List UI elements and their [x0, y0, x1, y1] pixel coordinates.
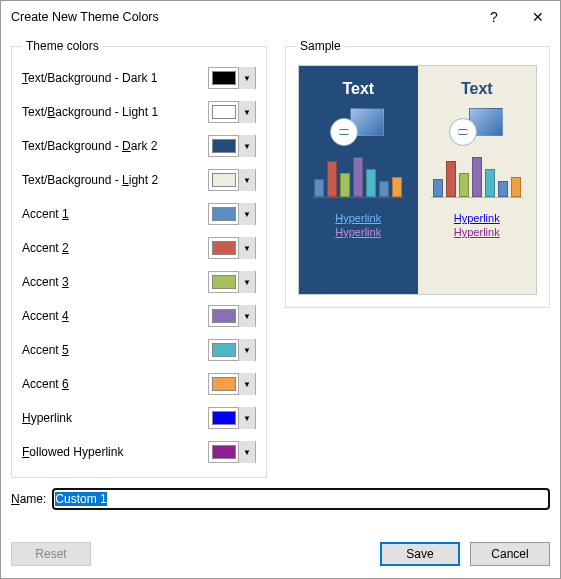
theme-color-row: Accent 1▼	[22, 197, 256, 231]
name-input[interactable]	[52, 488, 550, 510]
color-swatch	[209, 305, 239, 327]
color-picker-button[interactable]: ▼	[208, 407, 256, 429]
save-button[interactable]: Save	[380, 542, 460, 566]
theme-color-label: Text/Background - Dark 1	[22, 71, 157, 85]
theme-color-label: Text/Background - Light 2	[22, 173, 158, 187]
theme-color-label: Text/Background - Light 1	[22, 105, 158, 119]
theme-color-row: Text/Background - Light 1▼	[22, 95, 256, 129]
sample-light-half: Text Hyperlink Hyperlink	[418, 66, 537, 294]
color-picker-button[interactable]: ▼	[208, 135, 256, 157]
chart-bar	[340, 173, 350, 197]
theme-color-row: Accent 3▼	[22, 265, 256, 299]
chart-bar	[366, 169, 376, 197]
chart-bar	[485, 169, 495, 197]
theme-color-label: Hyperlink	[22, 411, 72, 425]
chevron-down-icon[interactable]: ▼	[239, 101, 255, 123]
sample-followed-hyperlink-dark: Hyperlink	[335, 226, 381, 238]
theme-color-label: Accent 3	[22, 275, 69, 289]
color-picker-button[interactable]: ▼	[208, 237, 256, 259]
color-picker-button[interactable]: ▼	[208, 101, 256, 123]
theme-colors-legend: Theme colors	[22, 39, 103, 53]
chart-bar	[379, 181, 389, 197]
sample-preview: Text Hyperlink Hyperlink Text	[298, 65, 537, 295]
chevron-down-icon[interactable]: ▼	[239, 67, 255, 89]
color-picker-button[interactable]: ▼	[208, 339, 256, 361]
chevron-down-icon[interactable]: ▼	[239, 441, 255, 463]
sample-text-light: Text	[461, 80, 493, 98]
chart-bar	[433, 179, 443, 197]
chevron-down-icon[interactable]: ▼	[239, 135, 255, 157]
chevron-down-icon[interactable]: ▼	[239, 373, 255, 395]
color-swatch	[209, 237, 239, 259]
theme-colors-group: Theme colors Text/Background - Dark 1▼Te…	[11, 39, 267, 478]
color-picker-button[interactable]: ▼	[208, 441, 256, 463]
chart-bar	[314, 179, 324, 197]
chart-bar	[446, 161, 456, 197]
dialog-window: Create New Theme Colors ? ✕ Theme colors…	[0, 0, 561, 579]
chart-bar	[327, 161, 337, 197]
sample-chart-light	[431, 154, 523, 198]
theme-color-row: Text/Background - Light 2▼	[22, 163, 256, 197]
help-button[interactable]: ?	[472, 1, 516, 33]
dialog-body: Theme colors Text/Background - Dark 1▼Te…	[1, 33, 560, 534]
sample-circle-icon	[449, 118, 477, 146]
chevron-down-icon[interactable]: ▼	[239, 203, 255, 225]
sample-shapes-dark	[328, 108, 388, 144]
name-label: Name:	[11, 492, 46, 506]
chevron-down-icon[interactable]: ▼	[239, 407, 255, 429]
color-swatch	[209, 441, 239, 463]
name-row: Name:	[11, 488, 550, 510]
chevron-down-icon[interactable]: ▼	[239, 339, 255, 361]
theme-color-label: Accent 4	[22, 309, 69, 323]
sample-circle-icon	[330, 118, 358, 146]
theme-color-row: Accent 6▼	[22, 367, 256, 401]
help-icon: ?	[490, 9, 498, 25]
theme-color-row: Accent 4▼	[22, 299, 256, 333]
close-icon: ✕	[532, 9, 544, 25]
color-picker-button[interactable]: ▼	[208, 169, 256, 191]
theme-color-label: Text/Background - Dark 2	[22, 139, 157, 153]
theme-color-row: Text/Background - Dark 2▼	[22, 129, 256, 163]
dialog-footer: Reset Save Cancel	[1, 534, 560, 578]
chart-bar	[511, 177, 521, 197]
sample-legend: Sample	[296, 39, 345, 53]
theme-color-row: Accent 5▼	[22, 333, 256, 367]
chart-bar	[392, 177, 402, 197]
cancel-button[interactable]: Cancel	[470, 542, 550, 566]
color-swatch	[209, 373, 239, 395]
color-picker-button[interactable]: ▼	[208, 67, 256, 89]
color-swatch	[209, 407, 239, 429]
reset-button[interactable]: Reset	[11, 542, 91, 566]
chart-bar	[472, 157, 482, 197]
theme-color-row: Hyperlink▼	[22, 401, 256, 435]
sample-chart-dark	[312, 154, 404, 198]
color-picker-button[interactable]: ▼	[208, 203, 256, 225]
color-picker-button[interactable]: ▼	[208, 373, 256, 395]
color-swatch	[209, 271, 239, 293]
chevron-down-icon[interactable]: ▼	[239, 237, 255, 259]
color-picker-button[interactable]: ▼	[208, 305, 256, 327]
color-swatch	[209, 339, 239, 361]
theme-color-label: Accent 5	[22, 343, 69, 357]
sample-followed-hyperlink-light: Hyperlink	[454, 226, 500, 238]
color-swatch	[209, 203, 239, 225]
theme-color-row: Text/Background - Dark 1▼	[22, 61, 256, 95]
close-button[interactable]: ✕	[516, 1, 560, 33]
sample-dark-half: Text Hyperlink Hyperlink	[299, 66, 418, 294]
titlebar: Create New Theme Colors ? ✕	[1, 1, 560, 33]
chevron-down-icon[interactable]: ▼	[239, 271, 255, 293]
color-picker-button[interactable]: ▼	[208, 271, 256, 293]
chart-bar	[498, 181, 508, 197]
sample-shapes-light	[447, 108, 507, 144]
chevron-down-icon[interactable]: ▼	[239, 305, 255, 327]
theme-color-label: Accent 1	[22, 207, 69, 221]
theme-color-row: Accent 2▼	[22, 231, 256, 265]
chevron-down-icon[interactable]: ▼	[239, 169, 255, 191]
color-swatch	[209, 169, 239, 191]
sample-group: Sample Text Hyperlink Hyperlink	[285, 39, 550, 308]
theme-color-row: Followed Hyperlink▼	[22, 435, 256, 469]
sample-links-dark: Hyperlink Hyperlink	[335, 212, 381, 238]
sample-hyperlink-dark: Hyperlink	[335, 212, 381, 224]
chart-bar	[353, 157, 363, 197]
window-title: Create New Theme Colors	[11, 10, 472, 24]
